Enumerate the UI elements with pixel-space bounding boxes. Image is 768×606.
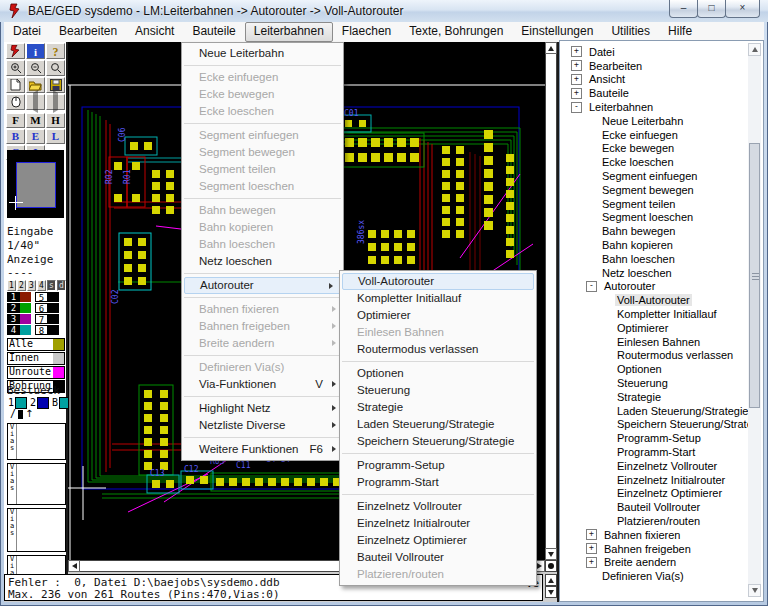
tree-item-laden-steuerung-strategie[interactable]: Laden Steuerung/Strategie: [560, 404, 748, 418]
tree-collapse-icon[interactable]: -: [586, 281, 597, 292]
tree-item-bearbeiten[interactable]: +Bearbeiten: [560, 59, 748, 73]
status-scroll-up[interactable]: [545, 574, 557, 586]
layer-color-swatch[interactable]: [20, 292, 31, 302]
via-box-1[interactable]: Vias: [7, 423, 66, 460]
layer-color-swatch[interactable]: [48, 303, 59, 313]
menu-item-optimierer[interactable]: Optimierer: [340, 307, 536, 324]
tree-item-optimierer[interactable]: Optimierer: [560, 321, 748, 335]
menu-item-weitere-funktionen[interactable]: Weitere FunktionenF6: [182, 441, 343, 458]
bestueck-tools[interactable]: /↑: [10, 409, 33, 419]
menu-item-highlight-netz[interactable]: Highlight Netz: [182, 400, 343, 417]
zoom-out-button[interactable]: [26, 60, 45, 76]
menu-item-routermodus-verlassen[interactable]: Routermodus verlassen: [340, 341, 536, 358]
help-button[interactable]: ?: [46, 43, 65, 59]
tree-item-bauteil-vollrouter[interactable]: Bauteil Vollrouter: [560, 500, 748, 514]
tree-scrollbar[interactable]: [748, 43, 761, 597]
layer-color-row[interactable]: 4: [7, 325, 31, 335]
layer-button-4[interactable]: 4: [37, 280, 46, 291]
menu-ansicht[interactable]: Ansicht: [126, 22, 183, 42]
menu-item-programm-start[interactable]: Programm-Start: [340, 474, 536, 491]
tree-item-ecke-einfuegen[interactable]: Ecke einfuegen: [560, 128, 748, 142]
layer-color-swatch[interactable]: [20, 314, 31, 324]
layer-color-row[interactable]: 3: [7, 314, 31, 324]
menu-item-optionen[interactable]: Optionen: [340, 365, 536, 382]
tree-item-optionen[interactable]: Optionen: [560, 362, 748, 376]
layer-color-swatch[interactable]: [20, 303, 31, 313]
menu-item-bauteil-vollrouter[interactable]: Bauteil Vollrouter: [340, 549, 536, 566]
tree-item-neue-leiterbahn[interactable]: Neue Leiterbahn: [560, 114, 748, 128]
menu-item-via-funktionen[interactable]: Via-FunktionenV: [182, 376, 343, 393]
display-row-swatch[interactable]: [53, 339, 64, 350]
layer-color-row[interactable]: 5: [35, 292, 59, 302]
layer-button-d[interactable]: d: [57, 280, 66, 291]
tree-item-ansicht[interactable]: +Ansicht: [560, 73, 748, 87]
menu-item-kompletter-initiallauf[interactable]: Kompletter Initiallauf: [340, 290, 536, 307]
menu-item-autorouter[interactable]: Autorouter: [184, 277, 341, 294]
menu-item-einzelnetz-vollrouter[interactable]: Einzelnetz Vollrouter: [340, 498, 536, 515]
menu-bearbeiten[interactable]: Bearbeiten: [50, 22, 126, 42]
close-button[interactable]: ×: [725, 0, 760, 18]
tree-item-einzelnetz-initialrouter[interactable]: Einzelnetz Initialrouter: [560, 473, 748, 487]
via-box-4[interactable]: Vias: [7, 555, 66, 576]
tree-expand-icon[interactable]: +: [571, 46, 582, 57]
tree-expand-icon[interactable]: +: [586, 543, 597, 554]
tree-expand-icon[interactable]: +: [586, 529, 597, 540]
eingabe-value[interactable]: 1/40": [7, 239, 40, 252]
tree-item-leiterbahnen[interactable]: -Leiterbahnen: [560, 100, 748, 114]
tree-expand-icon[interactable]: +: [571, 88, 582, 99]
layer-button-1[interactable]: 1: [7, 280, 16, 291]
menu-leiterbahnen[interactable]: Leiterbahnen: [245, 22, 333, 42]
menu-item-laden-steuerung-strategie[interactable]: Laden Steuerung/Strategie: [340, 416, 536, 433]
tree-item-bahnen-freigeben[interactable]: +Bahnen freigeben: [560, 542, 748, 556]
tree-item-bahn-kopieren[interactable]: Bahn kopieren: [560, 238, 748, 252]
mouse-mode-button[interactable]: [6, 94, 25, 110]
tree-item-platzieren-routen[interactable]: Platzieren/routen: [560, 514, 748, 528]
layer-color-swatch[interactable]: [48, 292, 59, 302]
status-scroll-down[interactable]: [545, 586, 557, 598]
display-row-unroute[interactable]: Unroute: [7, 366, 65, 379]
display-row-alle[interactable]: Alle: [7, 338, 65, 351]
menu-datei[interactable]: Datei: [4, 22, 50, 42]
menu-texte-bohrungen[interactable]: Texte, Bohrungen: [400, 22, 512, 42]
tree-expand-icon[interactable]: +: [571, 74, 582, 85]
layer-color-row[interactable]: 6: [35, 303, 59, 313]
tree-item-voll-autorouter[interactable]: Voll-Autorouter: [560, 293, 748, 307]
mode-button-b[interactable]: B: [6, 129, 25, 144]
menu-flaechen[interactable]: Flaechen: [333, 22, 400, 42]
scroll-left-icon[interactable]: [68, 560, 80, 572]
menu-item-netzliste-diverse[interactable]: Netzliste Diverse: [182, 417, 343, 434]
tree-scroll-thumb[interactable]: [749, 143, 760, 408]
mode-button-e[interactable]: E: [26, 129, 45, 144]
new-file-button[interactable]: [6, 77, 25, 93]
tree-scroll-down-icon[interactable]: [748, 584, 761, 597]
display-row-swatch[interactable]: [53, 353, 64, 364]
layer-color-row[interactable]: 1: [7, 292, 31, 302]
zoom-in-button[interactable]: [6, 60, 25, 76]
tree-item-einzelnetz-vollrouter[interactable]: Einzelnetz Vollrouter: [560, 459, 748, 473]
display-row-swatch[interactable]: [53, 367, 64, 378]
menu-item-voll-autorouter[interactable]: Voll-Autorouter: [342, 273, 534, 290]
mode-button-m[interactable]: M: [26, 113, 45, 128]
menu-item-programm-setup[interactable]: Programm-Setup: [340, 457, 536, 474]
tree-item-autorouter[interactable]: -Autorouter: [560, 280, 748, 294]
tree-item-breite-aendern[interactable]: +Breite aendern: [560, 555, 748, 569]
tree-item-steuerung[interactable]: Steuerung: [560, 376, 748, 390]
layer-color-row[interactable]: 8: [35, 325, 59, 335]
layer-color-swatch[interactable]: [48, 325, 59, 335]
menu-item-speichern-steuerung-strategie[interactable]: Speichern Steuerung/Strategie: [340, 433, 536, 450]
anzeige-value[interactable]: ----: [7, 266, 34, 279]
tree-item-datei[interactable]: +Datei: [560, 45, 748, 59]
minimize-button[interactable]: –: [669, 0, 698, 18]
tree-item-programm-start[interactable]: Programm-Start: [560, 445, 748, 459]
display-row-innen[interactable]: Innen: [7, 352, 65, 365]
mode-button-f[interactable]: F: [6, 113, 25, 128]
zoom-window-button[interactable]: [46, 60, 65, 76]
menu-item-strategie[interactable]: Strategie: [340, 399, 536, 416]
menu-item-einzelnetz-optimierer[interactable]: Einzelnetz Optimierer: [340, 532, 536, 549]
layer-color-row[interactable]: 2: [7, 303, 31, 313]
tree-item-routermodus-verlassen[interactable]: Routermodus verlassen: [560, 349, 748, 363]
menu-utilities[interactable]: Utilities: [602, 22, 659, 42]
canvas-vertical-scrollbar[interactable]: [545, 42, 557, 560]
menu-einstellungen[interactable]: Einstellungen: [512, 22, 602, 42]
bae-logo-button[interactable]: [6, 43, 25, 59]
